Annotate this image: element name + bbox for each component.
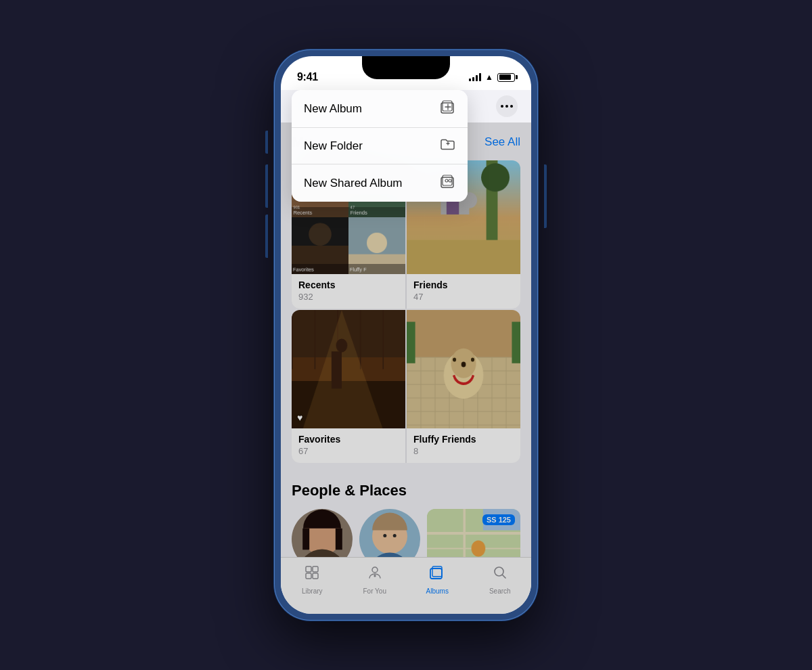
status-icons: ▲ bbox=[469, 72, 515, 82]
svg-rect-0 bbox=[441, 103, 453, 113]
new-album-icon bbox=[441, 100, 455, 117]
mute-button[interactable] bbox=[265, 131, 268, 154]
status-time: 9:41 bbox=[297, 71, 318, 83]
signal-bar-4 bbox=[479, 73, 481, 81]
volume-down-button[interactable] bbox=[265, 215, 268, 258]
dot-1 bbox=[501, 105, 503, 108]
new-shared-album-item[interactable]: New Shared Album bbox=[292, 164, 468, 202]
signal-icon bbox=[469, 73, 481, 81]
signal-bar-3 bbox=[476, 75, 478, 81]
new-album-label: New Album bbox=[304, 102, 362, 116]
new-album-item[interactable]: New Album bbox=[292, 90, 468, 128]
dot-2 bbox=[505, 105, 508, 108]
battery-icon bbox=[497, 73, 515, 82]
new-shared-album-icon bbox=[441, 175, 455, 192]
more-dots-icon bbox=[501, 105, 513, 108]
svg-point-4 bbox=[445, 179, 448, 182]
volume-up-button[interactable] bbox=[265, 164, 268, 208]
battery-fill bbox=[499, 74, 512, 80]
new-folder-item[interactable]: New Folder bbox=[292, 128, 468, 164]
dropdown-menu: New Album New Folder bbox=[292, 90, 468, 202]
dot-3 bbox=[510, 105, 513, 108]
new-folder-label: New Folder bbox=[304, 139, 363, 153]
status-bar: 9:41 ▲ bbox=[281, 56, 531, 90]
svg-point-5 bbox=[449, 179, 451, 182]
phone-frame: 9:41 ▲ New Album bbox=[274, 49, 538, 621]
svg-rect-2 bbox=[441, 177, 453, 187]
signal-bar-2 bbox=[472, 77, 474, 81]
more-button[interactable] bbox=[496, 95, 518, 117]
new-shared-album-label: New Shared Album bbox=[304, 177, 403, 190]
signal-bar-1 bbox=[469, 79, 471, 81]
wifi-icon: ▲ bbox=[485, 72, 493, 82]
power-button[interactable] bbox=[544, 164, 547, 228]
new-folder-icon bbox=[441, 138, 455, 154]
phone-screen: 9:41 ▲ New Album bbox=[281, 56, 531, 614]
